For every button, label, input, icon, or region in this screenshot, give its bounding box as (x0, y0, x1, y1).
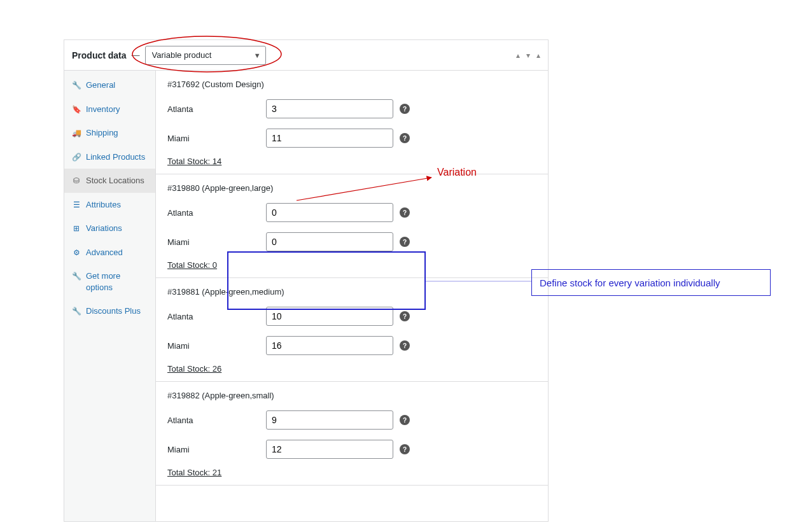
help-icon[interactable]: ? (400, 415, 410, 425)
tab-variations[interactable]: ⊞Variations (64, 216, 155, 241)
stock-quantity-input[interactable] (266, 440, 393, 459)
wrench-icon: 🔧 (72, 306, 81, 316)
panel-header: Product data — Variable product ▼ ▴ ▾ ▴ (64, 40, 548, 71)
list-icon: ☰ (72, 200, 81, 210)
total-stock-label: Total Stock: 14 (167, 157, 536, 166)
stock-row: Miami? (167, 231, 536, 253)
link-icon: 🔗 (72, 152, 81, 162)
panel-content: #317692 (Custom Design)Atlanta?Miami?Tot… (156, 71, 548, 521)
tab-label: General (86, 80, 115, 91)
product-data-panel: Product data — Variable product ▼ ▴ ▾ ▴ … (64, 39, 549, 522)
help-icon[interactable]: ? (400, 207, 410, 218)
variation-title: #319881 (Apple-green,medium) (167, 287, 536, 297)
variation-title: #317692 (Custom Design) (167, 80, 536, 89)
move-down-button[interactable]: ▾ (526, 51, 530, 60)
tag-icon: 🔖 (72, 104, 81, 115)
tab-shipping[interactable]: 🚚Shipping (64, 121, 155, 145)
stock-row: Atlanta? (167, 202, 536, 223)
collapse-toggle[interactable]: ▴ (536, 51, 540, 60)
stock-quantity-input[interactable] (266, 336, 393, 355)
variation-title: #319882 (Apple-green,small) (167, 391, 536, 400)
product-type-select[interactable]: Variable product (145, 46, 266, 65)
location-label: Miami (167, 237, 266, 247)
location-label: Miami (167, 341, 266, 351)
help-icon[interactable]: ? (400, 444, 410, 454)
help-icon[interactable]: ? (400, 104, 410, 114)
stock-row: Atlanta? (167, 409, 536, 431)
panel-title: Product data (72, 50, 127, 60)
truck-icon: 🚚 (72, 128, 81, 138)
tab-stock-locations[interactable]: ⛁Stock Locations (64, 169, 155, 193)
tab-get-more-options[interactable]: 🔧Get more options (64, 264, 155, 299)
help-icon[interactable]: ? (400, 133, 410, 143)
tab-inventory[interactable]: 🔖Inventory (64, 97, 155, 122)
variation-block: #319881 (Apple-green,medium)Atlanta?Miam… (156, 278, 548, 382)
stock-row: Miami? (167, 127, 536, 149)
tab-label: Get more options (86, 270, 148, 293)
tab-label: Linked Products (86, 151, 145, 163)
stock-row: Atlanta? (167, 305, 536, 327)
total-stock-label: Total Stock: 0 (167, 260, 536, 270)
panel-tabs: 🔧General🔖Inventory🚚Shipping🔗Linked Produ… (64, 71, 156, 521)
tab-label: Stock Locations (86, 175, 144, 186)
variation-block: #319882 (Apple-green,small)Atlanta?Miami… (156, 382, 548, 486)
variation-block: #317692 (Custom Design)Atlanta?Miami?Tot… (156, 71, 548, 174)
help-icon[interactable]: ? (400, 311, 410, 321)
variation-title: #319880 (Apple-green,large) (167, 183, 536, 193)
stock-row: Miami? (167, 335, 536, 356)
gear-icon: ⚙ (72, 248, 81, 258)
tab-label: Variations (86, 223, 122, 234)
tab-label: Advanced (86, 247, 123, 258)
tab-label: Inventory (86, 104, 120, 115)
stock-row: Atlanta? (167, 98, 536, 120)
stock-quantity-input[interactable] (266, 129, 393, 148)
tab-general[interactable]: 🔧General (64, 73, 155, 97)
tab-label: Discounts Plus (86, 305, 141, 317)
sitemap-icon: ⛁ (72, 176, 81, 186)
location-label: Atlanta (167, 416, 266, 425)
variation-block: #319880 (Apple-green,large)Atlanta?Miami… (156, 174, 548, 278)
location-label: Atlanta (167, 104, 266, 114)
tab-discounts-plus[interactable]: 🔧Discounts Plus (64, 299, 155, 323)
grid-icon: ⊞ (72, 223, 81, 234)
total-stock-label: Total Stock: 26 (167, 364, 536, 374)
stock-quantity-input[interactable] (266, 203, 393, 222)
tab-label: Attributes (86, 199, 121, 211)
location-label: Miami (167, 445, 266, 454)
annotation-blue-callout: Define stock for every variation individ… (531, 269, 771, 296)
help-icon[interactable]: ? (400, 340, 410, 351)
stock-quantity-input[interactable] (266, 307, 393, 326)
tab-advanced[interactable]: ⚙Advanced (64, 241, 155, 265)
stock-row: Miami? (167, 438, 536, 460)
title-dash: — (132, 50, 140, 60)
tab-linked-products[interactable]: 🔗Linked Products (64, 145, 155, 169)
stock-quantity-input[interactable] (266, 232, 393, 251)
tab-label: Shipping (86, 127, 118, 139)
panel-header-actions: ▴ ▾ ▴ (516, 51, 540, 60)
wrench-icon: 🔧 (72, 271, 81, 281)
stock-quantity-input[interactable] (266, 410, 393, 430)
move-up-button[interactable]: ▴ (516, 51, 520, 60)
stock-quantity-input[interactable] (266, 99, 393, 118)
tab-attributes[interactable]: ☰Attributes (64, 193, 155, 217)
location-label: Atlanta (167, 312, 266, 321)
help-icon[interactable]: ? (400, 237, 410, 247)
location-label: Miami (167, 134, 266, 143)
total-stock-label: Total Stock: 21 (167, 468, 536, 477)
location-label: Atlanta (167, 208, 266, 218)
wrench-icon: 🔧 (72, 80, 81, 90)
